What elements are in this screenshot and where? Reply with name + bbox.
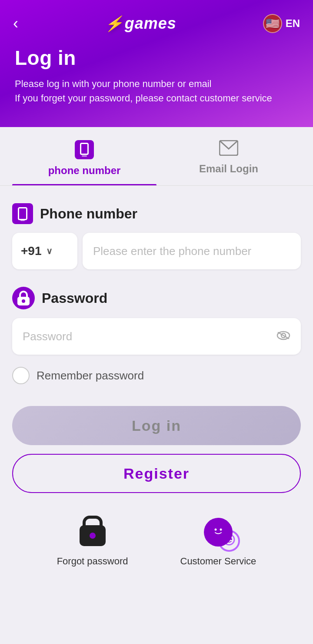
password-section-title: Password bbox=[42, 290, 107, 306]
subtitle-line2: If you forget your password, please cont… bbox=[15, 91, 298, 105]
page-title: Log in bbox=[15, 46, 298, 70]
remember-password-label: Remember password bbox=[37, 369, 144, 382]
lang-code: EN bbox=[286, 17, 300, 30]
svg-point-7 bbox=[214, 528, 216, 530]
lock-dot-icon bbox=[90, 533, 96, 539]
flag-icon: 🇺🇸 bbox=[263, 14, 282, 33]
tab-email-label: Email Login bbox=[199, 163, 258, 175]
main-content: phone number Email Login Phone number +9… bbox=[0, 127, 313, 593]
logo: ⚡ games bbox=[105, 14, 176, 33]
customer-service-icon bbox=[201, 515, 236, 550]
tab-email[interactable]: Email Login bbox=[156, 127, 301, 185]
register-button[interactable]: Register bbox=[12, 454, 301, 493]
phone-section-title: Phone number bbox=[40, 206, 137, 222]
svg-point-8 bbox=[220, 528, 222, 530]
header: ‹ ⚡ games 🇺🇸 EN Log in Please log in wit… bbox=[0, 0, 313, 127]
customer-service-link[interactable]: Customer Service bbox=[180, 515, 256, 567]
back-button[interactable]: ‹ bbox=[13, 16, 18, 31]
phone-section-header: Phone number bbox=[12, 203, 301, 224]
country-code-button[interactable]: +91 ∨ bbox=[12, 233, 77, 269]
tab-phone-label: phone number bbox=[48, 164, 121, 177]
logo-text: games bbox=[125, 14, 176, 33]
phone-tab-icon bbox=[75, 140, 94, 159]
customer-service-label: Customer Service bbox=[180, 556, 256, 567]
remember-password-row: Remember password bbox=[12, 367, 301, 384]
remember-password-checkbox[interactable] bbox=[12, 367, 30, 384]
email-tab-icon bbox=[219, 140, 238, 158]
header-subtitle: Please log in with your phone number or … bbox=[15, 77, 298, 105]
logo-icon: ⚡ bbox=[105, 15, 122, 32]
password-input-wrapper bbox=[12, 318, 301, 355]
country-code-value: +91 bbox=[21, 244, 42, 258]
chevron-down-icon: ∨ bbox=[46, 246, 53, 256]
eye-icon[interactable] bbox=[276, 329, 290, 343]
lock-section-icon bbox=[12, 287, 35, 309]
password-section: Password bbox=[12, 287, 301, 355]
lock-body-icon bbox=[80, 525, 106, 546]
language-selector[interactable]: 🇺🇸 EN bbox=[263, 14, 300, 33]
phone-icon-screen bbox=[18, 207, 27, 220]
header-content: Log in Please log in with your phone num… bbox=[0, 42, 313, 105]
login-button[interactable]: Log in bbox=[12, 406, 301, 445]
phone-screen-icon bbox=[80, 143, 89, 155]
bottom-links: Forgot password bbox=[12, 515, 301, 576]
phone-input-row: +91 ∨ bbox=[12, 233, 301, 269]
password-section-header: Password bbox=[12, 287, 301, 309]
phone-number-section: Phone number +91 ∨ bbox=[12, 203, 301, 269]
svg-point-2 bbox=[22, 299, 25, 303]
subtitle-line1: Please log in with your phone number or … bbox=[15, 77, 298, 91]
cs-main-bubble bbox=[204, 518, 233, 547]
top-bar: ‹ ⚡ games 🇺🇸 EN bbox=[0, 0, 313, 42]
password-input[interactable] bbox=[12, 318, 301, 355]
phone-section-icon bbox=[12, 203, 33, 224]
forgot-password-link[interactable]: Forgot password bbox=[57, 515, 128, 567]
forgot-password-icon bbox=[75, 515, 110, 550]
tab-phone[interactable]: phone number bbox=[12, 127, 156, 185]
tab-bar: phone number Email Login bbox=[0, 127, 313, 186]
svg-point-6 bbox=[210, 523, 226, 538]
phone-input[interactable] bbox=[83, 233, 301, 269]
forgot-password-label: Forgot password bbox=[57, 556, 128, 567]
cs-face-icon bbox=[210, 522, 226, 543]
